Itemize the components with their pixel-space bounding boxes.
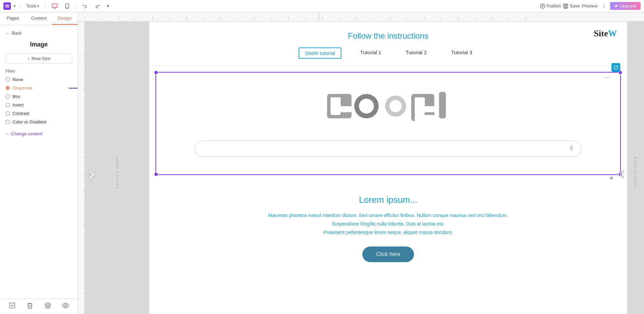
ruler-horizontal — [78, 12, 644, 22]
google-search-bar[interactable]: 🎙 — [195, 141, 582, 157]
filter-blur-label: Blur — [13, 94, 20, 99]
sidebar-panel: ← Back Image ↕ Real Size Filter None Gra… — [0, 25, 78, 298]
undo-button[interactable] — [80, 3, 90, 9]
site-logo: SiteW — [503, 28, 617, 39]
svg-rect-69 — [439, 92, 446, 118]
svg-marker-11 — [45, 303, 51, 306]
real-size-button[interactable]: ↕ Real Size — [5, 54, 72, 63]
filter-invert-radio[interactable] — [5, 103, 10, 107]
nav-item-tutorial-2[interactable]: Tutorial 2 — [400, 47, 432, 59]
nav-arrow-left[interactable]: › — [88, 161, 95, 184]
main-layout: Pages Content Design ← Back Image ↕ Real… — [0, 12, 644, 314]
filter-color-gradient-label: Color or Gradient — [13, 119, 46, 124]
advised-width-right-zone: Advised width — [627, 22, 644, 314]
site-header: Follow the instructions SiteW — [149, 22, 627, 44]
tools-label: Tools — [26, 3, 36, 8]
filter-contrast[interactable]: Contrast — [5, 111, 72, 116]
tab-pages[interactable]: Pages — [0, 12, 26, 25]
refresh-button[interactable] — [611, 63, 620, 72]
handle-top-left[interactable] — [154, 70, 158, 75]
publish-button[interactable]: Publish — [540, 3, 561, 9]
upgrade-button[interactable]: ★ Upgrade — [610, 2, 641, 10]
handle-bottom-left[interactable] — [154, 172, 158, 177]
sidebar: Pages Content Design ← Back Image ↕ Real… — [0, 12, 78, 314]
real-size-label: Real Size — [32, 56, 51, 61]
filter-grayscale[interactable]: Grayscale — [5, 85, 72, 91]
tools-menu[interactable]: Tools ▾ — [24, 3, 41, 9]
filter-grayscale-radio[interactable] — [5, 86, 10, 90]
layers-button[interactable] — [44, 302, 51, 311]
sidebar-bottom-toolbar — [0, 298, 78, 314]
sidebar-tabs: Pages Content Design — [0, 12, 78, 25]
tab-design[interactable]: Design — [52, 12, 78, 25]
ruler-v-ticks — [78, 22, 85, 314]
star-icon: ★ — [614, 3, 618, 8]
google-logo — [327, 91, 449, 133]
page-wrapper: › Advised width Advised width ‹ — [85, 22, 644, 314]
filter-grayscale-label: Grayscale — [13, 85, 33, 91]
instruction-title: Follow the instructions — [274, 31, 503, 41]
filter-invert[interactable]: Invert — [5, 102, 72, 107]
advised-width-left-text: Advised width — [115, 157, 119, 189]
filter-blur-radio[interactable] — [5, 94, 10, 99]
filter-blur[interactable]: Blur — [5, 94, 72, 99]
arrow-indicator — [69, 88, 78, 89]
svg-rect-59 — [330, 97, 341, 115]
device-mobile[interactable] — [62, 2, 72, 10]
page-canvas: › Advised width Advised width ‹ — [85, 22, 644, 314]
image-block-wrapper: ··· — [156, 73, 620, 174]
ruler-vertical — [78, 22, 85, 314]
redo-button[interactable] — [93, 3, 102, 9]
arrow-left-icon: ← — [5, 31, 10, 36]
toolbar-right: Publish Save Preview ⋮ ★ Upgrade — [540, 2, 641, 10]
chevron-down-icon[interactable]: ▾ — [14, 4, 16, 8]
svg-point-12 — [64, 305, 66, 307]
filter-contrast-label: Contrast — [13, 111, 29, 116]
divider — [76, 3, 76, 9]
resize-icon: ↕ — [27, 56, 30, 61]
nav-arrow-right[interactable]: ‹ — [619, 161, 625, 184]
page-title: Follow the instructions — [274, 28, 503, 41]
back-label: Back — [12, 31, 22, 36]
page-content: Follow the instructions SiteW SiteW tuto… — [149, 22, 627, 314]
mic-icon[interactable]: 🎙 — [568, 145, 574, 152]
device-desktop[interactable] — [50, 2, 60, 10]
save-button[interactable]: Save — [563, 3, 580, 9]
delete-button[interactable] — [26, 302, 33, 311]
resize-handle[interactable] — [609, 175, 614, 182]
preview-label: Preview — [582, 3, 598, 8]
filter-none[interactable]: None — [5, 77, 72, 82]
filter-color-gradient[interactable]: Color or Gradient — [5, 119, 72, 124]
svg-rect-60 — [339, 106, 352, 112]
canvas-area: › Advised width Advised width ‹ — [78, 12, 644, 314]
divider — [20, 3, 20, 9]
back-button[interactable]: ← Back — [5, 31, 72, 36]
svg-rect-0 — [52, 4, 57, 7]
lorem-title: Lorem ipsum... — [170, 195, 607, 205]
nav-item-tutorial-3[interactable]: Tutorial 3 — [446, 47, 478, 59]
svg-rect-7 — [565, 6, 566, 8]
visibility-button[interactable] — [62, 302, 69, 311]
filter-color-gradient-radio[interactable] — [5, 120, 10, 124]
tab-content[interactable]: Content — [26, 12, 52, 25]
more-history-button[interactable]: ▾ — [105, 3, 111, 9]
logo-text-site: SiteW — [594, 28, 617, 38]
click-here-button[interactable]: Click here — [362, 247, 414, 262]
chevron-down-icon: ▾ — [37, 4, 39, 8]
filter-none-radio[interactable] — [5, 77, 10, 82]
svg-rect-66 — [415, 97, 425, 115]
preview-button[interactable]: Preview — [582, 3, 598, 8]
change-content-button[interactable]: ← Change content — [5, 131, 72, 136]
toolbar-left: W ▾ Tools ▾ ▾ — [3, 2, 111, 10]
w-logo[interactable]: W — [3, 2, 11, 10]
nav-item-tutorial-1[interactable]: Tutorial 1 — [355, 47, 387, 59]
change-content-label: ← Change content — [5, 131, 42, 136]
nav-item-sitew-tutorial[interactable]: SiteW tutorial — [299, 47, 341, 59]
add-section-button[interactable] — [9, 302, 16, 311]
lorem-text: Macenas pharetra metud interdum dictum. … — [261, 211, 515, 237]
filter-contrast-radio[interactable] — [5, 111, 10, 116]
more-options-button[interactable]: ··· — [604, 75, 611, 80]
more-options-button[interactable]: ⋮ — [600, 3, 608, 9]
filter-invert-label: Invert — [13, 102, 24, 107]
svg-point-64 — [390, 100, 402, 112]
